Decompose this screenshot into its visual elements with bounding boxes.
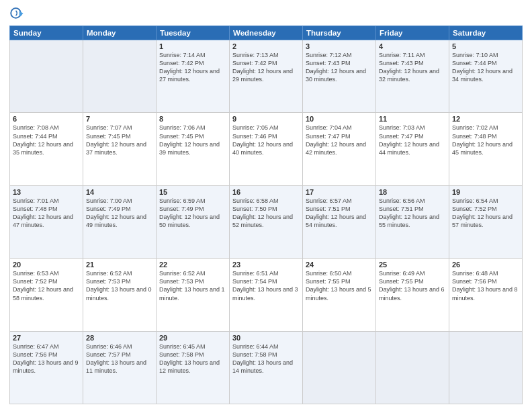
calendar: SundayMondayTuesdayWednesdayThursdayFrid… [9, 26, 523, 404]
day-info: Sunrise: 6:52 AM Sunset: 7:53 PM Dayligh… [86, 269, 153, 302]
day-number: 3 [306, 42, 373, 50]
day-number: 25 [379, 261, 446, 269]
day-number: 21 [86, 261, 153, 269]
calendar-cell: 22Sunrise: 6:52 AM Sunset: 7:53 PM Dayli… [157, 259, 230, 331]
day-number: 6 [13, 115, 80, 123]
calendar-cell: 29Sunrise: 6:45 AM Sunset: 7:58 PM Dayli… [157, 331, 230, 404]
day-info: Sunrise: 6:49 AM Sunset: 7:55 PM Dayligh… [379, 269, 446, 302]
calendar-week-row: 13Sunrise: 7:01 AM Sunset: 7:48 PM Dayli… [10, 185, 523, 258]
day-info: Sunrise: 7:14 AM Sunset: 7:42 PM Dayligh… [159, 51, 226, 84]
calendar-cell: 11Sunrise: 7:03 AM Sunset: 7:47 PM Dayli… [376, 113, 449, 185]
logo [9, 7, 27, 21]
day-info: Sunrise: 6:58 AM Sunset: 7:50 PM Dayligh… [232, 197, 300, 230]
day-info: Sunrise: 7:12 AM Sunset: 7:43 PM Dayligh… [306, 51, 373, 84]
day-number: 4 [379, 42, 446, 50]
day-number: 9 [232, 115, 300, 123]
day-number: 20 [13, 261, 80, 269]
day-info: Sunrise: 6:56 AM Sunset: 7:51 PM Dayligh… [379, 197, 446, 230]
day-info: Sunrise: 7:04 AM Sunset: 7:47 PM Dayligh… [306, 124, 373, 156]
calendar-cell [376, 331, 449, 404]
day-info: Sunrise: 6:57 AM Sunset: 7:51 PM Dayligh… [306, 197, 373, 230]
day-info: Sunrise: 7:13 AM Sunset: 7:42 PM Dayligh… [232, 51, 300, 84]
day-info: Sunrise: 6:59 AM Sunset: 7:49 PM Dayligh… [159, 197, 226, 230]
calendar-cell: 6Sunrise: 7:08 AM Sunset: 7:44 PM Daylig… [10, 113, 83, 185]
day-info: Sunrise: 7:01 AM Sunset: 7:48 PM Dayligh… [13, 197, 80, 230]
calendar-header-friday: Friday [376, 26, 449, 40]
day-number: 29 [159, 334, 226, 342]
calendar-cell: 28Sunrise: 6:46 AM Sunset: 7:57 PM Dayli… [83, 331, 157, 404]
calendar-cell: 30Sunrise: 6:44 AM Sunset: 7:58 PM Dayli… [230, 331, 303, 404]
calendar-week-row: 27Sunrise: 6:47 AM Sunset: 7:56 PM Dayli… [10, 331, 523, 404]
day-info: Sunrise: 6:45 AM Sunset: 7:58 PM Dayligh… [159, 342, 226, 375]
calendar-cell: 1Sunrise: 7:14 AM Sunset: 7:42 PM Daylig… [157, 40, 230, 113]
logo-icon [9, 7, 24, 21]
day-info: Sunrise: 7:10 AM Sunset: 7:44 PM Dayligh… [452, 51, 519, 84]
day-number: 14 [86, 188, 153, 196]
calendar-cell [10, 40, 83, 113]
calendar-cell: 21Sunrise: 6:52 AM Sunset: 7:53 PM Dayli… [83, 259, 157, 331]
day-info: Sunrise: 6:54 AM Sunset: 7:52 PM Dayligh… [452, 197, 519, 230]
calendar-cell: 25Sunrise: 6:49 AM Sunset: 7:55 PM Dayli… [376, 259, 449, 331]
calendar-cell: 18Sunrise: 6:56 AM Sunset: 7:51 PM Dayli… [376, 185, 449, 258]
calendar-cell: 27Sunrise: 6:47 AM Sunset: 7:56 PM Dayli… [10, 331, 83, 404]
calendar-cell: 24Sunrise: 6:50 AM Sunset: 7:55 PM Dayli… [303, 259, 376, 331]
calendar-header-saturday: Saturday [449, 26, 523, 40]
day-info: Sunrise: 7:05 AM Sunset: 7:46 PM Dayligh… [232, 124, 300, 156]
calendar-cell [83, 40, 157, 113]
calendar-cell: 2Sunrise: 7:13 AM Sunset: 7:42 PM Daylig… [230, 40, 303, 113]
calendar-cell: 4Sunrise: 7:11 AM Sunset: 7:43 PM Daylig… [376, 40, 449, 113]
day-info: Sunrise: 6:48 AM Sunset: 7:56 PM Dayligh… [452, 269, 519, 302]
day-number: 11 [379, 115, 446, 123]
day-number: 2 [232, 42, 300, 50]
day-number: 26 [452, 261, 519, 269]
calendar-cell: 9Sunrise: 7:05 AM Sunset: 7:46 PM Daylig… [230, 113, 303, 185]
day-info: Sunrise: 7:02 AM Sunset: 7:48 PM Dayligh… [452, 124, 519, 156]
day-number: 22 [159, 261, 226, 269]
calendar-cell: 7Sunrise: 7:07 AM Sunset: 7:45 PM Daylig… [83, 113, 157, 185]
day-info: Sunrise: 7:06 AM Sunset: 7:45 PM Dayligh… [159, 124, 226, 156]
calendar-header-thursday: Thursday [303, 26, 376, 40]
day-number: 18 [379, 188, 446, 196]
day-info: Sunrise: 7:11 AM Sunset: 7:43 PM Dayligh… [379, 51, 446, 84]
calendar-cell: 15Sunrise: 6:59 AM Sunset: 7:49 PM Dayli… [157, 185, 230, 258]
calendar-cell: 3Sunrise: 7:12 AM Sunset: 7:43 PM Daylig… [303, 40, 376, 113]
day-number: 23 [232, 261, 300, 269]
day-info: Sunrise: 6:50 AM Sunset: 7:55 PM Dayligh… [306, 269, 373, 302]
calendar-cell [449, 331, 523, 404]
day-number: 28 [86, 334, 153, 342]
day-info: Sunrise: 7:08 AM Sunset: 7:44 PM Dayligh… [13, 124, 80, 156]
calendar-cell: 19Sunrise: 6:54 AM Sunset: 7:52 PM Dayli… [449, 185, 523, 258]
calendar-cell: 13Sunrise: 7:01 AM Sunset: 7:48 PM Dayli… [10, 185, 83, 258]
calendar-cell: 10Sunrise: 7:04 AM Sunset: 7:47 PM Dayli… [303, 113, 376, 185]
calendar-header-monday: Monday [83, 26, 157, 40]
day-number: 10 [306, 115, 373, 123]
calendar-header-wednesday: Wednesday [230, 26, 303, 40]
day-info: Sunrise: 6:44 AM Sunset: 7:58 PM Dayligh… [232, 342, 300, 375]
calendar-week-row: 20Sunrise: 6:53 AM Sunset: 7:52 PM Dayli… [10, 259, 523, 331]
calendar-cell: 16Sunrise: 6:58 AM Sunset: 7:50 PM Dayli… [230, 185, 303, 258]
day-number: 7 [86, 115, 153, 123]
day-number: 17 [306, 188, 373, 196]
day-number: 19 [452, 188, 519, 196]
day-number: 27 [13, 334, 80, 342]
calendar-week-row: 1Sunrise: 7:14 AM Sunset: 7:42 PM Daylig… [10, 40, 523, 113]
calendar-cell: 5Sunrise: 7:10 AM Sunset: 7:44 PM Daylig… [449, 40, 523, 113]
day-number: 12 [452, 115, 519, 123]
day-number: 13 [13, 188, 80, 196]
day-number: 1 [159, 42, 226, 50]
calendar-cell: 17Sunrise: 6:57 AM Sunset: 7:51 PM Dayli… [303, 185, 376, 258]
day-number: 5 [452, 42, 519, 50]
day-info: Sunrise: 6:53 AM Sunset: 7:52 PM Dayligh… [13, 269, 80, 302]
day-info: Sunrise: 6:52 AM Sunset: 7:53 PM Dayligh… [159, 269, 226, 302]
calendar-cell [303, 331, 376, 404]
day-info: Sunrise: 7:07 AM Sunset: 7:45 PM Dayligh… [86, 124, 153, 156]
calendar-week-row: 6Sunrise: 7:08 AM Sunset: 7:44 PM Daylig… [10, 113, 523, 185]
day-info: Sunrise: 7:03 AM Sunset: 7:47 PM Dayligh… [379, 124, 446, 156]
day-info: Sunrise: 6:51 AM Sunset: 7:54 PM Dayligh… [232, 269, 300, 302]
calendar-cell: 23Sunrise: 6:51 AM Sunset: 7:54 PM Dayli… [230, 259, 303, 331]
calendar-cell: 26Sunrise: 6:48 AM Sunset: 7:56 PM Dayli… [449, 259, 523, 331]
calendar-header-tuesday: Tuesday [157, 26, 230, 40]
day-number: 8 [159, 115, 226, 123]
calendar-cell: 12Sunrise: 7:02 AM Sunset: 7:48 PM Dayli… [449, 113, 523, 185]
day-number: 16 [232, 188, 300, 196]
